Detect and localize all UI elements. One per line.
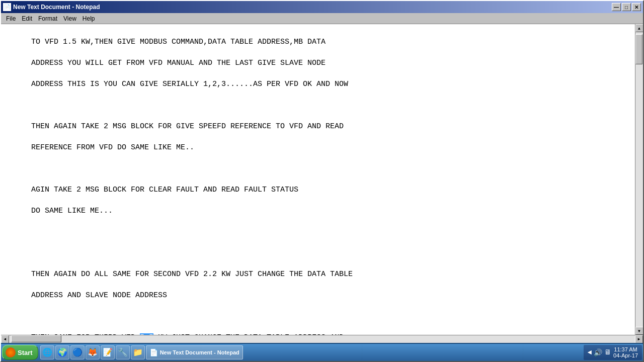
taskbar-app-tools[interactable]: 🔧 [116, 345, 130, 359]
taskbar-app-explorer[interactable]: 📁 [131, 345, 145, 359]
title-bar-buttons: — □ ✕ [612, 3, 641, 11]
scroll-down-arrow[interactable]: ▼ [635, 327, 643, 335]
taskbar-app-ie[interactable]: 🌐 [40, 345, 54, 359]
menu-edit[interactable]: Edit [19, 14, 35, 23]
scroll-right-arrow[interactable]: ► [635, 335, 643, 343]
maximize-button[interactable]: □ [622, 3, 631, 11]
scroll-left-arrow[interactable]: ◄ [1, 335, 9, 343]
text-highlight-55: 5.5 [140, 333, 153, 335]
minimize-button[interactable]: — [612, 3, 621, 11]
taskbar-window-title: New Text Document - Notepad [160, 349, 239, 355]
title-bar: 📄 New Text Document - Notepad — □ ✕ [1, 1, 643, 13]
tray-icon-volume[interactable]: 🔊 [594, 348, 602, 357]
taskbar-app-firefox[interactable]: 🦊 [86, 345, 100, 359]
scroll-track-v[interactable] [635, 32, 643, 327]
scroll-track-h[interactable] [9, 335, 635, 343]
close-button[interactable]: ✕ [632, 3, 641, 11]
menu-format[interactable]: Format [35, 14, 60, 23]
scroll-up-arrow[interactable]: ▲ [635, 24, 643, 32]
taskbar-app-chrome[interactable]: 🔵 [70, 345, 85, 359]
text-line5: THEN AGAIN TAKE 2 MSG BLOCK FOR GIVE SPE… [31, 122, 344, 131]
text-line8: AGIN TAKE 2 MSG BLOCK FOR CLEAR FAULT AN… [31, 186, 298, 194]
taskbar-active-window[interactable]: 📄 New Text Document - Notepad [146, 345, 243, 359]
horizontal-scrollbar[interactable]: ◄ ► [1, 335, 643, 343]
text-line1: TO VFD 1.5 KW,THEN GIVE MODBUS COMMAND,D… [31, 38, 326, 46]
window-icon: 📄 [3, 3, 11, 11]
taskbar-apps: 🌐 🌍 🔵 🦊 📝 🔧 📁 [40, 345, 145, 359]
start-button[interactable]: Start [2, 345, 38, 360]
text-line9: DO SAME LIKE ME... [31, 207, 113, 215]
tray-icon-expand[interactable]: ◄ [588, 348, 592, 356]
start-icon [6, 347, 16, 357]
text-line15-after: KW JUST CHANGE THE DATA TABLE ADDRESS AN… [153, 333, 344, 335]
start-label: Start [18, 349, 33, 356]
taskbar-app-browser[interactable]: 🌍 [55, 345, 69, 359]
vertical-scrollbar[interactable]: ▲ ▼ [635, 24, 643, 335]
taskbar: Start 🌐 🌍 🔵 🦊 📝 🔧 📁 📄 New Text Document … [1, 343, 643, 361]
taskbar-window-icon: 📄 [149, 348, 158, 357]
text-line6: REFERENCE FROM VFD DO SAME LIKE ME.. [31, 143, 194, 152]
text-content[interactable]: TO VFD 1.5 KW,THEN GIVE MODBUS COMMAND,D… [1, 24, 635, 335]
tray-icon-network[interactable]: 🖥 [604, 348, 611, 356]
text-line3: ADDRESS THIS IS YOU CAN GIVE SERIALLY 1,… [31, 80, 348, 88]
taskbar-app-notepad[interactable]: 📝 [101, 345, 115, 359]
text-line2: ADDRESS YOU WILL GET FROM VFD MANUAL AND… [31, 59, 326, 67]
window-title: New Text Document - Notepad [13, 4, 100, 11]
menu-help[interactable]: Help [79, 14, 98, 23]
text-line15-before: THEN SAME FOR THIRD VFD [31, 333, 140, 335]
tray-time: 11:37 AM 04-Apr-17 [613, 346, 638, 358]
menu-bar: File Edit Format View Help [1, 13, 643, 24]
scroll-thumb-h[interactable] [11, 335, 61, 342]
menu-file[interactable]: File [3, 14, 19, 23]
system-tray: ◄ 🔊 🖥 11:37 AM 04-Apr-17 [584, 345, 642, 360]
scroll-thumb-v[interactable] [635, 34, 642, 64]
text-line13: ADDRESS AND SLAVE NODE ADDRESS [31, 291, 167, 300]
editor-area[interactable]: TO VFD 1.5 KW,THEN GIVE MODBUS COMMAND,D… [1, 24, 643, 335]
menu-view[interactable]: View [60, 14, 79, 23]
text-line12: THEN AGAIN DO ALL SAME FOR SECOND VFD 2.… [31, 270, 353, 279]
